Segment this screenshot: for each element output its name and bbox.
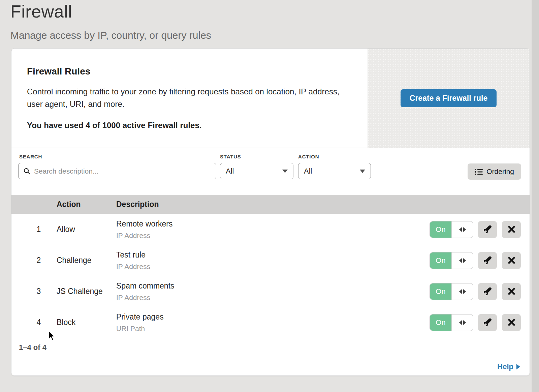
rule-controls: On	[429, 314, 530, 331]
page-title: Firewall	[10, 1, 211, 22]
table-header: Action Description	[11, 195, 530, 214]
arrow-right-icon	[516, 364, 520, 369]
rule-action: JS Challenge	[57, 287, 116, 296]
table-row: 1 Allow Remote workers IP Address On	[11, 214, 530, 245]
action-select[interactable]: All	[298, 163, 371, 179]
rule-match-type: IP Address	[116, 232, 429, 240]
wrench-icon	[484, 225, 492, 233]
rule-description: Test rule	[116, 250, 429, 260]
rule-match-type: IP Address	[116, 263, 429, 271]
toggle-on-segment[interactable]: On	[430, 314, 451, 331]
triangle-right-icon	[463, 320, 466, 325]
pagination-text: 1–4 of 4	[19, 343, 46, 352]
rules-heading: Firewall Rules	[27, 66, 354, 77]
rule-description: Private pages	[116, 312, 429, 322]
rule-description-cell: Test rule IP Address	[116, 250, 429, 271]
page-right-gutter	[532, 0, 539, 392]
rule-description-cell: Remote workers IP Address	[116, 219, 429, 240]
ordering-button[interactable]: Ordering	[468, 163, 521, 180]
chevron-down-icon	[360, 170, 365, 173]
table-row: 3 JS Challenge Spam comments IP Address …	[11, 276, 530, 307]
status-select[interactable]: All	[220, 163, 293, 179]
triangle-left-icon	[459, 289, 462, 294]
search-input[interactable]	[34, 167, 212, 175]
edit-rule-button[interactable]	[478, 283, 497, 300]
close-icon	[508, 257, 515, 264]
edit-rule-button[interactable]	[478, 252, 497, 269]
rule-match-type: URI Path	[116, 325, 429, 333]
chevron-down-icon	[282, 170, 288, 173]
filter-bar: SEARCH STATUS All ACTION All	[11, 148, 530, 195]
table-row: 2 Challenge Test rule IP Address On	[11, 245, 530, 276]
close-icon	[508, 288, 515, 295]
column-description: Description	[116, 200, 429, 209]
delete-rule-button[interactable]	[502, 221, 521, 238]
rule-enabled-toggle[interactable]: On	[430, 221, 473, 238]
create-rule-panel: Create a Firewall rule	[368, 49, 530, 148]
edit-rule-button[interactable]	[478, 221, 497, 238]
wrench-icon	[484, 257, 492, 264]
pagination-row: 1–4 of 4	[11, 338, 530, 357]
status-select-value: All	[226, 167, 234, 176]
column-action: Action	[57, 200, 116, 209]
triangle-right-icon	[463, 258, 466, 263]
toggle-on-segment[interactable]: On	[430, 221, 451, 238]
rule-match-type: IP Address	[116, 294, 429, 302]
search-label: SEARCH	[19, 154, 42, 159]
delete-rule-button[interactable]	[502, 252, 521, 269]
status-label: STATUS	[220, 154, 241, 159]
rule-controls: On	[429, 283, 530, 300]
create-firewall-rule-button[interactable]: Create a Firewall rule	[401, 89, 497, 107]
wrench-icon	[484, 288, 492, 295]
rule-description-cell: Spam comments IP Address	[116, 281, 429, 302]
rule-enabled-toggle[interactable]: On	[430, 283, 473, 300]
search-icon	[23, 168, 31, 175]
firewall-rules-card: Firewall Rules Control incoming traffic …	[11, 48, 530, 376]
list-ordering-icon	[475, 169, 483, 175]
triangle-left-icon	[459, 320, 462, 325]
search-box[interactable]	[18, 163, 216, 179]
toggle-arrows-segment[interactable]	[451, 252, 473, 269]
rule-controls: On	[429, 252, 530, 269]
triangle-right-icon	[463, 289, 466, 294]
close-icon	[508, 319, 515, 326]
rule-priority: 3	[27, 287, 41, 296]
toggle-on-segment[interactable]: On	[430, 252, 451, 269]
help-link[interactable]: Help	[497, 362, 520, 371]
rule-action: Challenge	[57, 256, 116, 265]
rules-description: Control incoming traffic to your zone by…	[27, 85, 347, 110]
triangle-left-icon	[459, 227, 462, 232]
toggle-on-segment[interactable]: On	[430, 283, 451, 300]
toggle-arrows-segment[interactable]	[451, 314, 473, 331]
rule-description: Spam comments	[116, 281, 429, 291]
page-header: Firewall Manage access by IP, country, o…	[10, 1, 211, 41]
table-row: 4 Block Private pages URI Path On	[11, 307, 530, 338]
rule-priority: 4	[27, 318, 41, 327]
close-icon	[508, 226, 515, 233]
rule-enabled-toggle[interactable]: On	[430, 252, 473, 269]
help-link-label: Help	[497, 362, 513, 371]
action-select-value: All	[304, 167, 312, 176]
rule-action: Block	[57, 318, 116, 327]
rule-description-cell: Private pages URI Path	[116, 312, 429, 333]
rules-intro-section: Firewall Rules Control incoming traffic …	[11, 49, 530, 148]
rules-intro-text: Firewall Rules Control incoming traffic …	[11, 49, 368, 148]
rules-usage-note: You have used 4 of 1000 active Firewall …	[27, 121, 354, 130]
rule-action: Allow	[57, 225, 116, 234]
triangle-left-icon	[459, 258, 462, 263]
toggle-arrows-segment[interactable]	[451, 283, 473, 300]
rule-enabled-toggle[interactable]: On	[430, 314, 473, 331]
rule-controls: On	[429, 221, 530, 238]
rule-description: Remote workers	[116, 219, 429, 229]
rule-priority: 1	[27, 225, 41, 234]
triangle-right-icon	[463, 227, 466, 232]
ordering-button-label: Ordering	[486, 168, 514, 176]
help-row: Help	[11, 357, 530, 376]
action-label: ACTION	[298, 154, 319, 159]
delete-rule-button[interactable]	[502, 314, 521, 331]
toggle-arrows-segment[interactable]	[451, 221, 473, 238]
delete-rule-button[interactable]	[502, 283, 521, 300]
edit-rule-button[interactable]	[478, 314, 497, 331]
rule-priority: 2	[27, 256, 41, 265]
wrench-icon	[484, 319, 492, 326]
